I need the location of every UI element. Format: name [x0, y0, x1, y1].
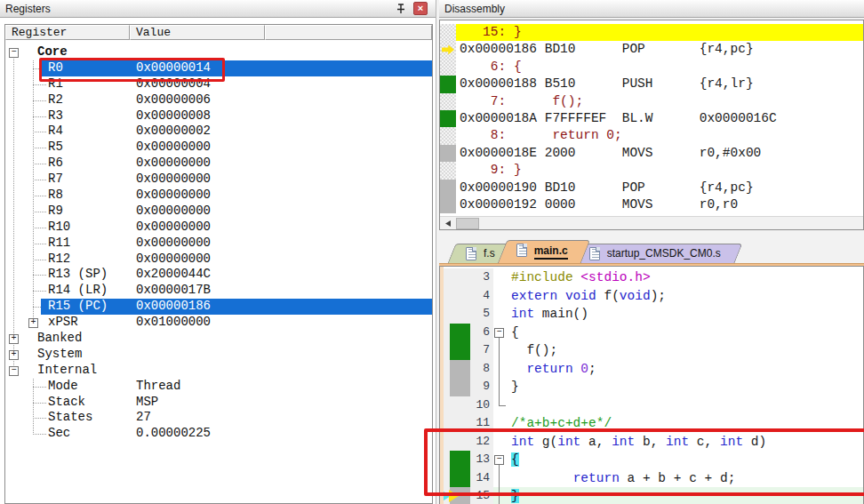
- disassembly-line[interactable]: 0x00000190BD10POP{r4,pc}: [440, 180, 863, 196]
- register-value[interactable]: 0x00000008: [136, 108, 211, 124]
- register-row[interactable]: StackMSP: [5, 395, 432, 411]
- register-value[interactable]: 0x00000000: [136, 156, 211, 172]
- breakpoint-gutter[interactable]: [440, 93, 456, 110]
- code-text[interactable]: }: [511, 378, 863, 396]
- code-text[interactable]: extern void f(void);: [511, 287, 863, 306]
- h-scrollbar[interactable]: [440, 216, 863, 229]
- code-text[interactable]: #include <stdio.h>: [511, 268, 863, 287]
- breakpoint-gutter[interactable]: [440, 127, 456, 144]
- disassembly-line[interactable]: 9: }: [440, 162, 863, 179]
- disassembly-line[interactable]: 0x00000188B510PUSH{r4,lr}: [440, 76, 863, 92]
- disassembly-view[interactable]: 15: }0x00000186BD10POP{r4,pc} 6: {0x0000…: [439, 20, 864, 230]
- register-row[interactable]: R60x00000000: [5, 156, 432, 172]
- fold-margin[interactable]: [493, 287, 511, 306]
- tab-main-c[interactable]: main.c: [502, 240, 586, 263]
- register-value[interactable]: 0x00000000: [136, 236, 211, 252]
- code-line[interactable]: 4extern void f(void);: [444, 287, 863, 306]
- code-line[interactable]: 10: [444, 396, 863, 415]
- execution-marker-gutter[interactable]: [444, 324, 472, 342]
- register-value[interactable]: 0x00000000: [136, 204, 211, 220]
- register-value[interactable]: 0x00000000: [136, 252, 211, 268]
- registers-titlebar[interactable]: Registers ×: [0, 0, 436, 18]
- register-row[interactable]: R80x00000000: [5, 188, 432, 204]
- tree-expander-expand-icon[interactable]: +: [9, 350, 19, 360]
- register-row[interactable]: Sec0.00000225: [5, 426, 432, 442]
- code-text[interactable]: int main(): [511, 305, 863, 324]
- fold-collapse-icon[interactable]: −: [494, 328, 504, 338]
- disassembly-line[interactable]: 0x000001920000MOVSr0,r0: [440, 196, 863, 213]
- code-text[interactable]: {: [511, 324, 863, 342]
- breakpoint-gutter[interactable]: [440, 59, 456, 76]
- breakpoint-gutter[interactable]: [440, 180, 456, 196]
- disassembly-line[interactable]: 0x0000018AF7FFFFEFBL.W0x0000016C: [440, 110, 863, 127]
- column-header-value[interactable]: Value: [130, 25, 265, 40]
- breakpoint-gutter[interactable]: [440, 76, 456, 92]
- code-text[interactable]: return 0;: [511, 360, 863, 379]
- register-value[interactable]: 0.00000225: [136, 426, 211, 442]
- register-row[interactable]: R90x00000000: [5, 204, 432, 220]
- register-row[interactable]: R30x00000008: [5, 108, 432, 124]
- execution-marker-gutter[interactable]: [444, 378, 472, 396]
- register-row[interactable]: +Banked: [5, 331, 432, 347]
- register-value[interactable]: 0x00000000: [136, 188, 211, 204]
- register-row[interactable]: ModeThread: [5, 379, 432, 395]
- fold-margin[interactable]: −: [493, 324, 511, 342]
- pin-icon[interactable]: [395, 3, 407, 15]
- register-row[interactable]: R13 (SP)0x2000044C: [5, 267, 432, 283]
- register-row[interactable]: R15 (PC)0x00000186: [5, 299, 432, 315]
- register-value[interactable]: Thread: [136, 379, 180, 395]
- breakpoint-gutter[interactable]: [440, 24, 456, 41]
- register-row[interactable]: R120x00000000: [5, 252, 432, 268]
- breakpoint-gutter[interactable]: [440, 110, 456, 127]
- disassembly-line[interactable]: 6: {: [440, 59, 863, 76]
- fold-margin[interactable]: [493, 341, 511, 360]
- column-header-register[interactable]: Register: [5, 25, 130, 40]
- register-value[interactable]: MSP: [136, 395, 158, 411]
- fold-margin[interactable]: [493, 268, 511, 287]
- register-row[interactable]: R110x00000000: [5, 236, 432, 252]
- register-value[interactable]: 0x00000002: [136, 124, 211, 140]
- register-value[interactable]: 0x00000000: [136, 172, 211, 188]
- register-value[interactable]: 0x01000000: [136, 315, 211, 331]
- fold-margin[interactable]: [493, 360, 511, 379]
- register-value[interactable]: 0x2000044C: [136, 267, 211, 283]
- register-row[interactable]: +System: [5, 347, 432, 363]
- execution-marker-gutter[interactable]: [444, 396, 472, 415]
- close-icon[interactable]: ×: [413, 2, 428, 15]
- code-text[interactable]: f();: [511, 341, 863, 360]
- scroll-thumb[interactable]: [456, 218, 479, 229]
- tree-expander-collapse-icon[interactable]: −: [9, 366, 19, 376]
- register-row[interactable]: R14 (LR)0x0000017B: [5, 283, 432, 299]
- code-line[interactable]: 6−{: [444, 324, 863, 342]
- code-line[interactable]: 9}: [444, 378, 863, 396]
- disassembly-line[interactable]: 0x00000186BD10POP{r4,pc}: [440, 41, 863, 58]
- register-row[interactable]: R40x00000002: [5, 124, 432, 140]
- register-value[interactable]: 0x00000006: [136, 92, 211, 108]
- disassembly-line[interactable]: 15: }: [440, 24, 863, 41]
- disassembly-line[interactable]: 7: f();: [440, 93, 863, 110]
- disassembly-titlebar[interactable]: Disassembly: [439, 0, 864, 18]
- register-value[interactable]: 27: [136, 410, 151, 426]
- register-value[interactable]: 0x00000186: [136, 299, 211, 315]
- code-text[interactable]: [511, 396, 863, 415]
- register-value[interactable]: 0x0000017B: [136, 283, 211, 299]
- breakpoint-gutter[interactable]: [440, 41, 456, 58]
- fold-margin[interactable]: [493, 378, 511, 396]
- register-row[interactable]: −Internal: [5, 363, 432, 379]
- register-row[interactable]: R20x00000006: [5, 92, 432, 108]
- breakpoint-gutter[interactable]: [440, 145, 456, 162]
- tab-startup-cmsdk-cm0-s[interactable]: startup_CMSDK_CM0.s: [575, 244, 739, 263]
- execution-marker-gutter[interactable]: [444, 268, 472, 287]
- register-row[interactable]: States27: [5, 410, 432, 426]
- register-row[interactable]: R70x00000000: [5, 172, 432, 188]
- fold-margin[interactable]: [493, 305, 511, 324]
- register-row[interactable]: R50x00000000: [5, 140, 432, 156]
- disassembly-line[interactable]: 0x0000018E2000MOVSr0,#0x00: [440, 145, 863, 162]
- fold-margin[interactable]: [493, 396, 511, 415]
- breakpoint-gutter[interactable]: [440, 196, 456, 213]
- register-row[interactable]: +xPSR0x01000000: [5, 315, 432, 331]
- register-value[interactable]: 0x00000000: [136, 140, 211, 156]
- tree-expander-collapse-icon[interactable]: −: [9, 48, 19, 58]
- code-line[interactable]: 5int main(): [444, 305, 863, 324]
- execution-marker-gutter[interactable]: [444, 360, 472, 379]
